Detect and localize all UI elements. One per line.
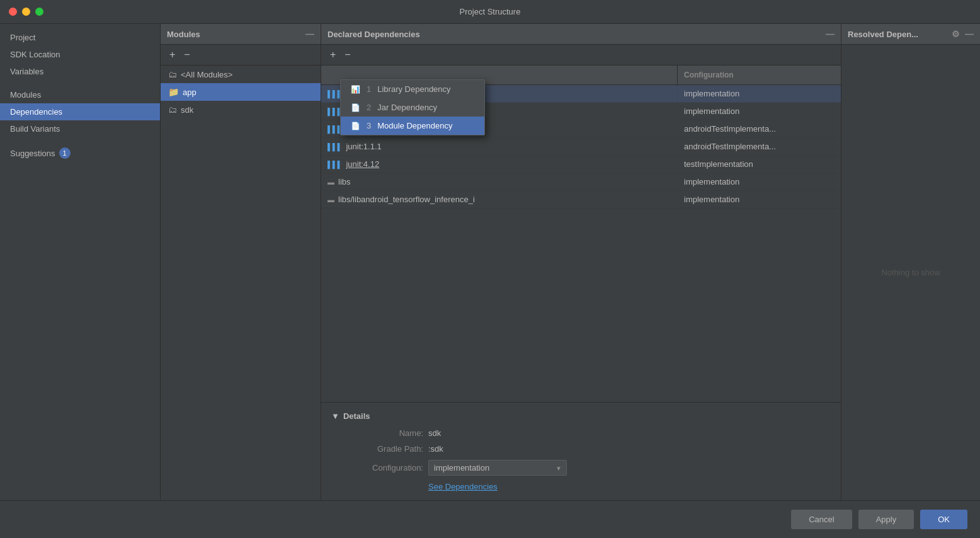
dropdown-item-jar[interactable]: 📄 2 Jar Dependency	[341, 98, 484, 117]
modules-toolbar: + −	[161, 45, 321, 66]
module-item-sdk[interactable]: 🗂 sdk	[161, 101, 321, 118]
dep-add-button[interactable]: +	[328, 49, 338, 61]
details-name-label: Name:	[341, 428, 423, 438]
close-button[interactable]	[9, 8, 17, 16]
module-list: 🗂 <All Modules> 📁 app 🗂 sdk	[161, 66, 321, 500]
dropdown-num-3: 3	[367, 121, 371, 130]
dep-panel-collapse-icon[interactable]: —	[826, 29, 835, 39]
details-collapse-icon: ▼	[331, 411, 339, 421]
dropdown-num-1: 1	[367, 84, 371, 94]
ok-button[interactable]: OK	[920, 510, 967, 529]
dropdown-item-module[interactable]: 📄 3 Module Dependency	[341, 117, 484, 135]
dep-toolbar: + − 📊 1 Library Dependency 📄 2 Jar Depen…	[321, 45, 841, 66]
sidebar-item-modules[interactable]: Modules	[0, 86, 160, 103]
dep-name-junit412: junit:4.12	[346, 159, 379, 169]
module-label-sdk: sdk	[181, 105, 193, 115]
main-container: Project SDK Location Variables Modules D…	[0, 24, 980, 500]
bar-chart-icon-1: 📊	[351, 85, 360, 94]
window-title: Project Structure	[460, 7, 521, 16]
details-title: Details	[343, 411, 370, 421]
details-config-label: Configuration:	[341, 463, 423, 472]
dependencies-panel: Declared Dependencies — + − 📊 1 Library …	[321, 24, 841, 500]
dep-row-junit412[interactable]: ▌▌▌ junit:4.12 testImplementation	[321, 156, 841, 173]
title-bar: Project Structure	[0, 0, 980, 24]
details-gradle-label: Gradle Path:	[341, 444, 423, 454]
dep-config-libandroid: implementation	[677, 191, 841, 208]
dep-jar-icon-1: ▬	[328, 178, 334, 186]
configuration-select[interactable]: implementation api compileOnly runtimeOn…	[428, 460, 567, 476]
resolved-panel-header: Resolved Depen... ⚙ —	[841, 24, 980, 45]
dropdown-label-module: Module Dependency	[377, 121, 452, 130]
module-sdk-icon: 🗂	[168, 105, 177, 115]
config-select-wrapper: implementation api compileOnly runtimeOn…	[428, 460, 567, 476]
dropdown-item-library[interactable]: 📊 1 Library Dependency	[341, 80, 484, 98]
dep-panel-title: Declared Dependencies	[328, 30, 420, 39]
add-dependency-dropdown: 📊 1 Library Dependency 📄 2 Jar Dependenc…	[340, 79, 485, 135]
sidebar-item-dependencies[interactable]: Dependencies	[0, 103, 160, 120]
dep-table-header: Declared Dependencies —	[321, 24, 841, 45]
module-folder-icon: 🗂	[168, 69, 177, 79]
dep-row-libs[interactable]: ▬ libs implementation	[321, 173, 841, 191]
dep-config-libs: implementation	[677, 173, 841, 190]
dep-jar-icon-2: ▬	[328, 196, 334, 203]
sidebar-item-project[interactable]: Project	[0, 29, 160, 46]
resolved-empty-text: Nothing to show	[841, 45, 980, 500]
module-app-icon: 📁	[168, 87, 179, 97]
dep-name-junit111: junit:1.1.1	[346, 142, 381, 151]
see-dependencies-link[interactable]: See Dependencies	[428, 482, 498, 491]
module-icon-3: 📄	[351, 122, 360, 130]
modules-remove-button[interactable]: −	[181, 49, 192, 61]
sidebar-item-build-variants[interactable]: Build Variants	[0, 120, 160, 137]
filter-icon[interactable]: ⚙	[952, 29, 960, 39]
modules-panel: Modules — + − 🗂 <All Modules> 📁 app 🗂 sd…	[161, 24, 321, 500]
details-section: ▼ Details Name: sdk Gradle Path: :sdk Co…	[321, 402, 841, 500]
module-label-app: app	[183, 88, 197, 97]
minimize-button[interactable]	[22, 8, 30, 16]
dropdown-label-jar: Jar Dependency	[377, 103, 437, 112]
dep-name-libandroid: libs/libandroid_tensorflow_inference_i	[338, 195, 475, 204]
sidebar: Project SDK Location Variables Modules D…	[0, 24, 161, 500]
module-label-all-modules: <All Modules>	[181, 70, 232, 79]
modules-panel-title: Modules	[167, 30, 305, 39]
module-item-app[interactable]: 📁 app	[161, 83, 321, 101]
resolved-collapse-icon[interactable]: —	[965, 29, 974, 39]
details-config-value: implementation api compileOnly runtimeOn…	[428, 460, 831, 476]
sidebar-item-sdk-location[interactable]: SDK Location	[0, 46, 160, 63]
dep-config-junit412: testImplementation	[677, 156, 841, 173]
dep-config-constraintlayout: implementation	[677, 103, 841, 120]
dep-config-col-header: Configuration	[677, 66, 841, 84]
dep-row-junit111[interactable]: ▌▌▌ junit:1.1.1 androidTestImplementa...	[321, 138, 841, 156]
dropdown-label-library: Library Dependency	[377, 84, 450, 94]
dep-config-junit111: androidTestImplementa...	[677, 138, 841, 155]
dep-bar-icon-4: ▌▌▌	[328, 143, 342, 151]
resolved-panel-title: Resolved Depen...	[848, 30, 918, 39]
sidebar-item-suggestions[interactable]: Suggestions 1	[0, 144, 160, 163]
modules-add-button[interactable]: +	[167, 49, 178, 61]
dep-config-espresso: androidTestImplementa...	[677, 120, 841, 137]
cancel-button[interactable]: Cancel	[791, 510, 852, 529]
dep-config-appcompat: implementation	[677, 85, 841, 102]
dropdown-num-2: 2	[367, 103, 371, 112]
modules-panel-header: Modules —	[161, 24, 321, 45]
resolved-panel: Resolved Depen... ⚙ — Nothing to show	[841, 24, 980, 500]
details-name-value: sdk	[428, 428, 831, 438]
sidebar-item-variables[interactable]: Variables	[0, 63, 160, 80]
modules-panel-collapse-icon[interactable]: —	[305, 29, 314, 39]
apply-button[interactable]: Apply	[858, 510, 914, 529]
dep-row-libandroid[interactable]: ▬ libs/libandroid_tensorflow_inference_i…	[321, 191, 841, 209]
dep-bar-icon-5: ▌▌▌	[328, 161, 342, 168]
dep-remove-button[interactable]: −	[342, 49, 353, 61]
dep-name-libs: libs	[338, 177, 351, 186]
jar-icon-2: 📄	[351, 103, 360, 112]
details-header[interactable]: ▼ Details	[331, 411, 831, 421]
bottom-bar: Cancel Apply OK	[0, 500, 980, 538]
suggestions-badge: 1	[59, 147, 71, 159]
module-item-all-modules[interactable]: 🗂 <All Modules>	[161, 66, 321, 83]
details-gradle-value: :sdk	[428, 444, 831, 454]
window-controls	[9, 8, 43, 16]
details-grid: Name: sdk Gradle Path: :sdk Configuratio…	[341, 428, 831, 491]
maximize-button[interactable]	[35, 8, 43, 16]
